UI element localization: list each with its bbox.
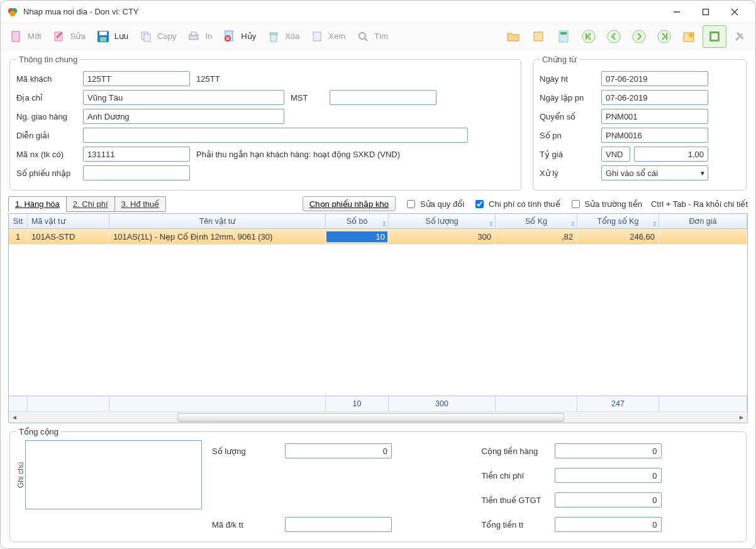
sigma-icon: Σ — [382, 221, 386, 227]
cell-soluong[interactable]: 300 — [389, 229, 496, 245]
cell-tongkg[interactable]: 246,60 — [577, 229, 659, 245]
cell-sokg[interactable]: ,82 — [496, 229, 577, 245]
choose-receipt-button[interactable]: Chọn phiếu nhập kho — [303, 196, 396, 211]
tab-chiphi[interactable]: 2. Chi phí — [66, 196, 115, 211]
sigma-icon: Σ — [653, 221, 657, 227]
xuly-label: Xử lý — [540, 169, 598, 178]
copy-button[interactable]: Copy — [134, 25, 181, 48]
nav-first-button[interactable] — [577, 25, 601, 48]
favorite-button[interactable] — [677, 25, 701, 48]
receipt-no-input[interactable] — [83, 165, 190, 180]
chk-suatruongtien[interactable]: Sửa trường tiền — [569, 198, 642, 210]
col-sokg[interactable]: Số KgΣ — [496, 214, 577, 228]
edit-icon — [52, 29, 67, 44]
ngaylap-input[interactable] — [601, 90, 708, 105]
find-label: Tìm — [374, 31, 388, 41]
nav-last-button[interactable] — [652, 25, 676, 48]
voucher-panel: Chứng từ Ngày ht Ngày lập pn Quyển số Số… — [533, 55, 747, 191]
view-button[interactable]: Xem — [305, 25, 350, 48]
col-soluong[interactable]: Số lượngΣ — [389, 214, 496, 228]
scroll-right-icon[interactable]: ► — [736, 413, 747, 423]
description-input[interactable] — [83, 128, 468, 143]
scroll-track[interactable] — [20, 413, 736, 423]
edit-button[interactable]: Sửa — [47, 25, 90, 48]
save-button[interactable]: Lưu — [91, 25, 133, 48]
svg-rect-11 — [99, 31, 107, 35]
tab-hanghoa[interactable]: 1. Hàng hóa — [8, 196, 67, 212]
minimize-button[interactable] — [662, 3, 691, 21]
col-stt[interactable]: Stt — [9, 214, 28, 228]
new-button[interactable]: Mới — [4, 25, 46, 48]
cell-dongia[interactable] — [659, 229, 747, 245]
cell-ten[interactable]: 101AS(1L) - Nẹp Cố Định 12mm, 9061 (30) — [109, 229, 326, 245]
cell-stt: 1 — [9, 229, 28, 245]
app-icon — [7, 6, 18, 18]
cancel-label: Hủy — [241, 31, 256, 41]
deliverer-input[interactable] — [83, 109, 284, 124]
totals-thue-label: Tiền thuế GTGT — [482, 496, 551, 505]
totals-congtien-input[interactable] — [555, 443, 662, 458]
totals-thue-input[interactable] — [555, 492, 662, 507]
totals-soluong-input[interactable] — [285, 443, 392, 458]
sopn-input[interactable] — [601, 128, 708, 143]
general-legend: Thông tin chung — [16, 55, 80, 64]
cell-mavt[interactable]: 101AS-STD — [28, 229, 109, 245]
quyenso-input[interactable] — [601, 109, 708, 124]
ghichu-textarea[interactable] — [25, 440, 202, 509]
scroll-thumb[interactable] — [177, 413, 564, 422]
toolbar: Mới Sửa Lưu Copy In Hủy Xóa Xem Tìm — [1, 23, 755, 50]
col-mavt[interactable]: Mã vật tư — [28, 214, 109, 228]
horizontal-scrollbar[interactable]: ◄ ► — [9, 411, 747, 423]
xuly-select[interactable] — [601, 165, 708, 180]
delete-button[interactable]: Xóa — [262, 25, 304, 48]
cell-sobo[interactable]: 10 — [326, 229, 389, 245]
scroll-left-icon[interactable]: ◄ — [9, 413, 20, 423]
sopn-label: Số pn — [540, 131, 598, 140]
table-row[interactable]: 1 101AS-STD 101AS(1L) - Nẹp Cố Định 12mm… — [9, 229, 747, 245]
manx-input[interactable] — [83, 147, 190, 162]
calculator-button[interactable] — [552, 25, 575, 48]
col-dongia[interactable]: Đơn giá — [659, 214, 747, 228]
nav-prev-button[interactable] — [602, 25, 626, 48]
svg-rect-4 — [703, 9, 709, 14]
settings-button[interactable] — [728, 25, 752, 48]
totals-panel: Tổng cộng Ghi chú Số lượng Mã đ/k tt Cộn… — [9, 427, 747, 542]
address-input[interactable] — [83, 90, 284, 105]
chk-chiphi[interactable]: Chi phí có tính thuế — [473, 198, 560, 210]
chk-suaquydoi[interactable]: Sửa quy đổi — [404, 198, 464, 210]
ngayht-label: Ngày ht — [540, 74, 598, 84]
prev-icon — [606, 29, 621, 44]
svg-point-32 — [633, 30, 645, 43]
currency-input[interactable] — [601, 147, 630, 162]
grid-body[interactable]: 1 101AS-STD 101AS(1L) - Nẹp Cố Định 12mm… — [9, 229, 747, 396]
totals-madk-input[interactable] — [285, 517, 392, 532]
col-sobo[interactable]: Số bóΣ — [326, 214, 389, 228]
tygia-input[interactable] — [634, 147, 708, 162]
close-button[interactable] — [720, 3, 749, 21]
detail-grid: Stt Mã vật tư Tên vật tư Số bóΣ Số lượng… — [8, 213, 748, 423]
nav-next-button[interactable] — [627, 25, 651, 48]
cancel-button[interactable]: Hủy — [218, 25, 260, 48]
tab-hdthue[interactable]: 3. Hđ thuế — [114, 196, 167, 211]
find-button[interactable]: Tìm — [351, 25, 392, 48]
mst-input[interactable] — [330, 90, 436, 105]
book-button[interactable] — [526, 25, 550, 48]
new-icon — [9, 29, 24, 44]
titlebar: Nhap mua noi dia - Don vi: CTY — [1, 1, 755, 23]
totals-chiphi-input[interactable] — [555, 468, 662, 483]
grid-header: Stt Mã vật tư Tên vật tư Số bóΣ Số lượng… — [9, 214, 747, 229]
deliverer-label: Ng. giao hàng — [16, 112, 79, 121]
voucher-legend: Chứng từ — [540, 55, 579, 64]
ngayht-input[interactable] — [601, 71, 708, 86]
print-button[interactable]: In — [182, 25, 216, 48]
customer-code-input[interactable] — [83, 71, 190, 86]
folder-button[interactable] — [501, 25, 525, 48]
maximize-button[interactable] — [691, 3, 720, 21]
export-button[interactable] — [703, 25, 726, 48]
col-tongkg[interactable]: Tổng số KgΣ — [577, 214, 659, 228]
footer-soluong: 300 — [389, 396, 496, 411]
totals-congtien-label: Cộng tiền hàng — [482, 446, 551, 456]
trash-icon — [266, 29, 281, 44]
totals-tongtien-input[interactable] — [555, 517, 662, 532]
col-ten[interactable]: Tên vật tư — [109, 214, 326, 228]
